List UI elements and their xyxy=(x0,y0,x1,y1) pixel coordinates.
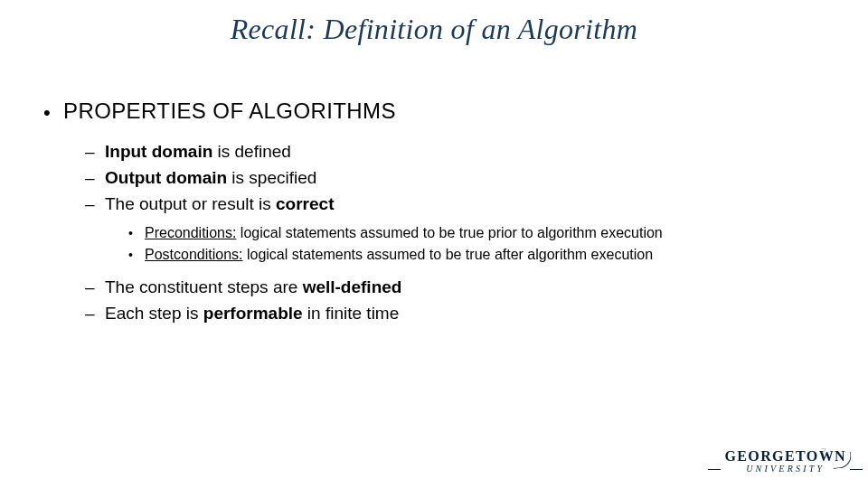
bullet-icon: • xyxy=(43,100,63,126)
logo-text-top: GEORGETOWN xyxy=(724,449,846,464)
welldef-lead: The constituent steps are xyxy=(105,277,303,296)
dash-icon: – xyxy=(85,275,105,300)
dash-icon: – xyxy=(85,139,105,164)
correct-lead: The output or result is xyxy=(105,194,276,213)
slide-title: Recall: Definition of an Algorithm xyxy=(0,13,868,46)
slide: Recall: Definition of an Algorithm •PROP… xyxy=(0,0,868,488)
input-domain-rest: is defined xyxy=(212,142,291,161)
item-correct: –The output or result is correct xyxy=(85,192,825,217)
preconditions-rest: logical statements assumed to be true pr… xyxy=(236,225,662,240)
item-preconditions: •Preconditions: logical statements assum… xyxy=(128,222,825,244)
heading-text: PROPERTIES OF ALGORITHMS xyxy=(63,99,396,123)
logo-flourish-icon xyxy=(832,452,853,469)
item-output-domain: –Output domain is specified xyxy=(85,165,825,191)
dash-icon: – xyxy=(85,192,105,217)
input-domain-bold: Input domain xyxy=(105,142,212,161)
item-input-domain: –Input domain is defined xyxy=(85,139,825,164)
item-postconditions: •Postconditions: logical statements assu… xyxy=(128,244,825,266)
correct-bold: correct xyxy=(276,194,334,213)
preconditions-label: Preconditions: xyxy=(145,225,236,240)
bullet-icon: • xyxy=(128,246,145,265)
postconditions-rest: logical statements assumed to be true af… xyxy=(243,247,654,262)
logo-text-bottom: UNIVERSITY xyxy=(724,465,846,474)
perform-lead: Each step is xyxy=(105,304,203,323)
georgetown-logo: GEORGETOWN UNIVERSITY xyxy=(724,449,846,474)
slide-content: •PROPERTIES OF ALGORITHMS –Input domain … xyxy=(43,98,825,326)
item-well-defined: –The constituent steps are well-defined xyxy=(85,275,825,300)
heading-properties: •PROPERTIES OF ALGORITHMS xyxy=(43,98,825,125)
dash-icon: – xyxy=(85,165,105,191)
welldef-bold: well-defined xyxy=(303,277,402,296)
output-domain-bold: Output domain xyxy=(105,168,227,187)
perform-bold: performable xyxy=(203,304,303,323)
bullet-icon: • xyxy=(128,224,145,243)
postconditions-label: Postconditions: xyxy=(145,247,243,262)
perform-rest: in finite time xyxy=(303,304,400,323)
output-domain-rest: is specified xyxy=(227,168,316,187)
dash-icon: – xyxy=(85,301,105,326)
item-performable: –Each step is performable in finite time xyxy=(85,301,825,326)
